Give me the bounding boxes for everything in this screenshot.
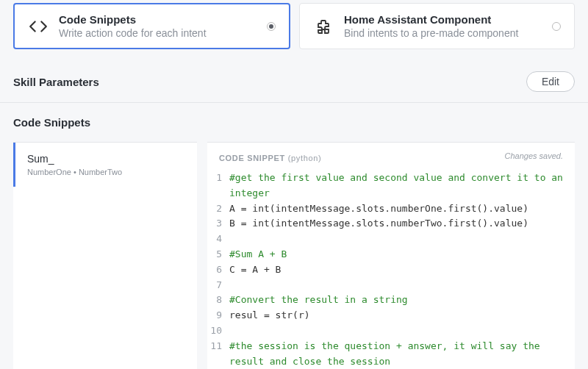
code-snippets-title: Code Snippets (0, 103, 588, 142)
editor-lang: (python) (288, 154, 322, 162)
option-text: Code Snippets Write action code for each… (59, 13, 257, 39)
line-number: 5 (210, 247, 229, 262)
line-number: 11 (210, 339, 229, 369)
code-line[interactable]: 4 (210, 232, 572, 247)
skill-parameters-header: Skill Parameters Edit (0, 58, 588, 103)
line-number: 6 (210, 262, 229, 278)
code-text[interactable] (229, 232, 572, 247)
sidebar-item-sum[interactable]: Sum_ NumberOne • NumberTwo (13, 143, 197, 187)
code-line[interactable]: 8#Convert the result in a string (210, 293, 572, 308)
code-text[interactable]: resul = str(r) (229, 308, 572, 323)
sidebar-item-title: Sum_ (27, 153, 185, 165)
line-number: 4 (210, 232, 229, 247)
line-number: 7 (210, 278, 229, 293)
code-block[interactable]: 1#get the first value and second value a… (207, 166, 575, 369)
option-subtitle: Write action code for each intent (59, 27, 257, 39)
code-text[interactable]: B = int(intentMessage.slots.numberTwo.fi… (229, 216, 572, 232)
puzzle-icon (313, 16, 334, 37)
code-line[interactable]: 10 (210, 323, 572, 339)
code-icon (28, 16, 49, 37)
code-line[interactable]: 2A = int(intentMessage.slots.numberOne.f… (210, 201, 572, 217)
code-text[interactable]: #get the first value and second value an… (229, 171, 572, 201)
code-line[interactable]: 5#Sum A + B (210, 247, 572, 262)
edit-button[interactable]: Edit (526, 71, 575, 92)
code-text[interactable] (229, 323, 572, 339)
option-title: Home Assistant Component (344, 13, 542, 26)
code-text[interactable]: #the session is the question + answer, i… (229, 339, 572, 369)
save-status: Changes saved. (505, 151, 564, 163)
editor-header: CODE SNIPPET (python) Changes saved. (207, 143, 575, 166)
snippet-sidebar: Sum_ NumberOne • NumberTwo (13, 142, 197, 369)
code-line[interactable]: 9resul = str(r) (210, 308, 572, 323)
code-text[interactable]: C = A + B (229, 262, 572, 278)
line-number: 9 (210, 308, 229, 323)
option-text: Home Assistant Component Bind intents to… (344, 13, 542, 39)
code-line[interactable]: 7 (210, 278, 572, 293)
code-line[interactable]: 6C = A + B (210, 262, 572, 278)
code-text[interactable] (229, 278, 572, 293)
option-home-assistant[interactable]: Home Assistant Component Bind intents to… (299, 3, 575, 49)
line-number: 3 (210, 216, 229, 232)
code-text[interactable]: A = int(intentMessage.slots.numberOne.fi… (229, 201, 572, 217)
code-line[interactable]: 11#the session is the question + answer,… (210, 339, 572, 369)
code-editor[interactable]: CODE SNIPPET (python) Changes saved. 1#g… (207, 142, 575, 369)
radio-selected-icon (267, 22, 276, 31)
skill-parameters-title: Skill Parameters (13, 76, 99, 88)
editor-label: CODE SNIPPET (219, 154, 285, 162)
radio-unselected-icon (552, 22, 561, 31)
line-number: 8 (210, 293, 229, 308)
code-text[interactable]: #Convert the result in a string (229, 293, 572, 308)
code-line[interactable]: 3B = int(intentMessage.slots.numberTwo.f… (210, 216, 572, 232)
option-subtitle: Bind intents to a pre-made component (344, 27, 542, 39)
line-number: 1 (210, 171, 229, 201)
option-code-snippets[interactable]: Code Snippets Write action code for each… (13, 3, 290, 49)
line-number: 10 (210, 323, 229, 339)
option-title: Code Snippets (59, 13, 257, 26)
code-line[interactable]: 1#get the first value and second value a… (210, 171, 572, 201)
code-text[interactable]: #Sum A + B (229, 247, 572, 262)
line-number: 2 (210, 201, 229, 217)
sidebar-item-slots: NumberOne • NumberTwo (27, 168, 185, 176)
